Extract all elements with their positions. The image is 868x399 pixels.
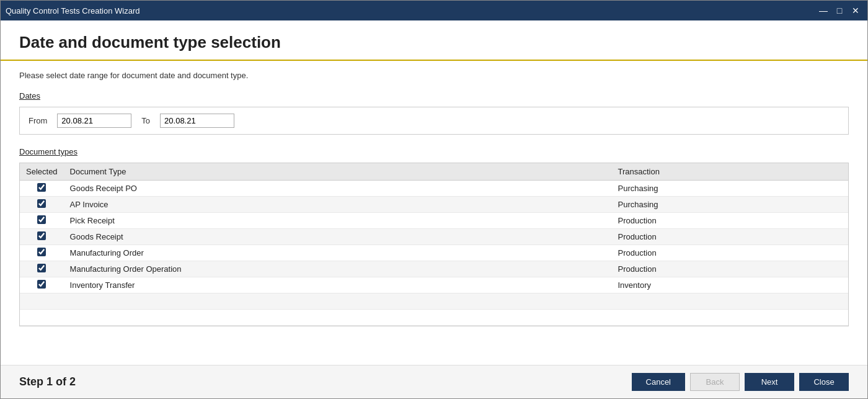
doc-type-cell: Goods Receipt PO [64, 181, 612, 197]
transaction-cell: Production [611, 245, 848, 261]
footer-buttons: Cancel Back Next Close [632, 373, 849, 391]
doc-type-cell: Manufacturing Order [64, 245, 612, 261]
transaction-cell: Production [611, 229, 848, 245]
document-types-table-container: Selected Document Type Transaction Goods… [19, 163, 849, 326]
doc-type-cell: Pick Receipt [64, 213, 612, 229]
row-checkbox-6[interactable] [37, 280, 46, 289]
to-date-input[interactable] [160, 114, 234, 128]
dates-section-label: Dates [19, 91, 849, 101]
row-checkbox-4[interactable] [37, 248, 46, 256]
doc-type-cell: AP Invoice [64, 197, 612, 213]
empty-row [20, 310, 848, 326]
from-label: From [29, 116, 47, 125]
table-row: Pick ReceiptProduction [20, 213, 848, 229]
window-title: Quality Control Tests Creation Wizard [6, 6, 140, 16]
col-selected: Selected [20, 163, 64, 181]
table-row: Goods Receipt POPurchasing [20, 181, 848, 197]
footer: Step 1 of 2 Cancel Back Next Close [1, 365, 867, 398]
close-button[interactable]: Close [799, 373, 849, 391]
instruction-text: Please select date range for document da… [19, 71, 849, 80]
table-row: Manufacturing Order OperationProduction [20, 261, 848, 277]
col-transaction: Transaction [611, 163, 848, 181]
doc-type-cell: Goods Receipt [64, 229, 612, 245]
main-window: Quality Control Tests Creation Wizard — … [0, 0, 868, 399]
table-row: Goods ReceiptProduction [20, 229, 848, 245]
page-header: Date and document type selection [1, 20, 867, 61]
dates-section: Dates From To [19, 91, 849, 135]
table-header-row: Selected Document Type Transaction [20, 163, 848, 181]
page-body: Please select date range for document da… [1, 61, 867, 365]
maximize-button[interactable]: □ [833, 4, 846, 17]
dates-row: From To [19, 107, 849, 135]
table-row: Manufacturing OrderProduction [20, 245, 848, 261]
table-row: AP InvoicePurchasing [20, 197, 848, 213]
to-label: To [141, 116, 150, 125]
window-controls: — □ ✕ [817, 4, 862, 17]
page-title: Date and document type selection [19, 33, 849, 52]
cancel-button[interactable]: Cancel [632, 373, 685, 391]
content-area: Date and document type selection Please … [1, 20, 867, 398]
document-types-section: Document types Selected Document Type Tr… [19, 147, 849, 326]
table-row: Inventory TransferInventory [20, 277, 848, 294]
document-types-table: Selected Document Type Transaction Goods… [20, 163, 848, 326]
transaction-cell: Purchasing [611, 181, 848, 197]
row-checkbox-1[interactable] [37, 199, 46, 208]
transaction-cell: Production [611, 213, 848, 229]
col-document-type: Document Type [64, 163, 612, 181]
transaction-cell: Purchasing [611, 197, 848, 213]
row-checkbox-3[interactable] [37, 231, 46, 240]
back-button[interactable]: Back [690, 373, 740, 391]
document-types-tbody: Goods Receipt POPurchasingAP InvoicePurc… [20, 181, 848, 326]
doc-type-cell: Manufacturing Order Operation [64, 261, 612, 277]
row-checkbox-5[interactable] [37, 264, 46, 272]
row-checkbox-2[interactable] [37, 215, 46, 224]
row-checkbox-0[interactable] [37, 183, 46, 192]
next-button[interactable]: Next [745, 373, 794, 391]
doc-type-cell: Inventory Transfer [64, 277, 612, 294]
title-bar: Quality Control Tests Creation Wizard — … [1, 1, 867, 20]
transaction-cell: Inventory [611, 277, 848, 294]
close-window-button[interactable]: ✕ [849, 4, 862, 17]
minimize-button[interactable]: — [817, 4, 830, 17]
transaction-cell: Production [611, 261, 848, 277]
step-label: Step 1 of 2 [19, 375, 76, 388]
document-types-label: Document types [19, 147, 849, 156]
empty-row [20, 294, 848, 310]
from-date-input[interactable] [57, 114, 131, 128]
